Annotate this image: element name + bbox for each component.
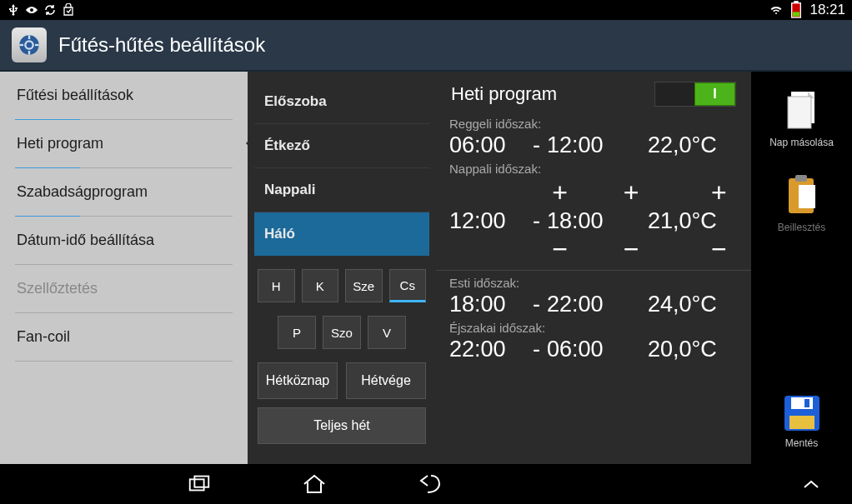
gear-icon (18, 33, 41, 57)
program-panel: Heti program I Reggeli időszak: 06:00- 1… (436, 72, 751, 464)
svg-rect-1 (794, 1, 799, 3)
status-bar: 18:21 (0, 0, 852, 20)
copy-icon (783, 87, 821, 132)
svg-rect-5 (28, 51, 30, 55)
nav-bar (0, 464, 852, 504)
svg-rect-19 (194, 477, 208, 487)
day-to-plus[interactable]: + (612, 177, 649, 208)
group-weekend[interactable]: Hétvége (346, 362, 426, 399)
app-icon (12, 27, 47, 62)
day-temp-plus[interactable]: + (700, 177, 738, 208)
day-to[interactable]: 18:00 (547, 208, 624, 234)
menu-vacation-program[interactable]: Szabadságprogram (0, 168, 248, 216)
menu-heating-settings[interactable]: Fűtési beállítások (0, 72, 248, 119)
day-sun[interactable]: V (368, 316, 406, 349)
save-label: Mentés (785, 437, 818, 449)
night-from[interactable]: 22:00 (449, 337, 526, 362)
svg-rect-12 (795, 175, 807, 182)
morning-from[interactable]: 06:00 (449, 132, 526, 158)
right-actions: Nap másolása Beillesztés Mentés (751, 72, 852, 464)
period-day-label: Nappali időszak: (449, 162, 738, 176)
svg-rect-18 (190, 479, 204, 490)
room-nappali[interactable]: Nappali (254, 167, 429, 212)
menu-caret-button[interactable] (795, 468, 827, 500)
menu-fancoil[interactable]: Fan-coil (0, 313, 248, 361)
left-menu: Fűtési beállítások Heti program Szabadsá… (0, 72, 248, 464)
clipboard-icon (782, 172, 820, 217)
paste-action[interactable]: Beillesztés (778, 172, 825, 233)
floppy-icon (783, 394, 821, 432)
room-day-panel: Előszoba Étkező Nappali Háló H K Sze Cs … (248, 72, 436, 464)
copy-label: Nap másolása (769, 137, 834, 148)
program-title: Heti program (451, 83, 557, 105)
day-mon[interactable]: H (258, 269, 295, 302)
svg-rect-16 (804, 399, 809, 407)
save-action[interactable]: Mentés (783, 394, 821, 449)
menu-weekly-program[interactable]: Heti program (0, 120, 248, 167)
status-time: 18:21 (809, 2, 845, 18)
day-from[interactable]: 12:00 (449, 208, 526, 234)
day-temp[interactable]: 21,0°C (648, 208, 738, 234)
shop-icon (62, 3, 75, 17)
evening-from[interactable]: 18:00 (449, 292, 526, 317)
night-temp[interactable]: 20,0°C (648, 337, 738, 362)
evening-to[interactable]: 22:00 (547, 292, 624, 317)
group-weekday[interactable]: Hétköznap (258, 362, 338, 399)
program-toggle[interactable]: I (654, 82, 736, 107)
paste-label: Beillesztés (778, 222, 825, 233)
svg-rect-6 (19, 44, 23, 46)
back-button[interactable] (413, 468, 445, 500)
svg-rect-13 (799, 185, 815, 208)
svg-rect-17 (789, 416, 814, 429)
day-wed[interactable]: Sze (345, 269, 383, 302)
room-eloszoba[interactable]: Előszoba (254, 80, 429, 123)
menu-datetime[interactable]: Dátum-idő beállítása (0, 217, 248, 264)
day-temp-minus[interactable]: − (700, 234, 738, 265)
group-fullweek[interactable]: Teljes hét (258, 407, 426, 444)
day-sat[interactable]: Szo (323, 316, 361, 349)
period-morning-label: Reggeli időszak: (449, 117, 738, 131)
usb-icon (7, 3, 20, 17)
day-from-minus[interactable]: − (541, 234, 579, 265)
svg-rect-2 (793, 12, 799, 17)
day-fri[interactable]: P (278, 316, 316, 349)
day-to-minus[interactable]: − (612, 234, 649, 265)
active-pointer-icon (246, 132, 258, 155)
sync-icon (43, 3, 57, 17)
period-evening-label: Esti időszak: (449, 276, 738, 290)
battery-icon (789, 3, 803, 17)
room-halo[interactable]: Háló (254, 212, 429, 256)
morning-temp[interactable]: 22,0°C (648, 132, 738, 158)
home-button[interactable] (298, 468, 330, 500)
page-title: Fűtés-hűtés beállítások (58, 33, 265, 57)
evening-temp[interactable]: 24,0°C (648, 292, 738, 317)
toggle-on-label: I (694, 82, 735, 106)
period-night-label: Éjszakai időszak: (449, 321, 738, 335)
svg-rect-4 (28, 35, 30, 39)
night-to[interactable]: 06:00 (547, 337, 624, 362)
day-from-plus[interactable]: + (541, 177, 579, 208)
svg-rect-7 (35, 44, 39, 46)
day-thu[interactable]: Cs (389, 269, 427, 302)
svg-rect-10 (788, 97, 811, 128)
title-bar: Fűtés-hűtés beállítások (0, 20, 852, 72)
day-tue[interactable]: K (302, 269, 339, 302)
recent-apps-button[interactable] (183, 468, 215, 500)
svg-rect-15 (791, 397, 813, 409)
wifi-icon (769, 3, 783, 17)
morning-to[interactable]: 12:00 (547, 132, 624, 158)
copy-day-action[interactable]: Nap másolása (769, 87, 834, 148)
room-etkezo[interactable]: Étkező (254, 123, 429, 167)
menu-ventilation: Szellőztetés (0, 265, 248, 312)
eye-icon (25, 3, 38, 17)
